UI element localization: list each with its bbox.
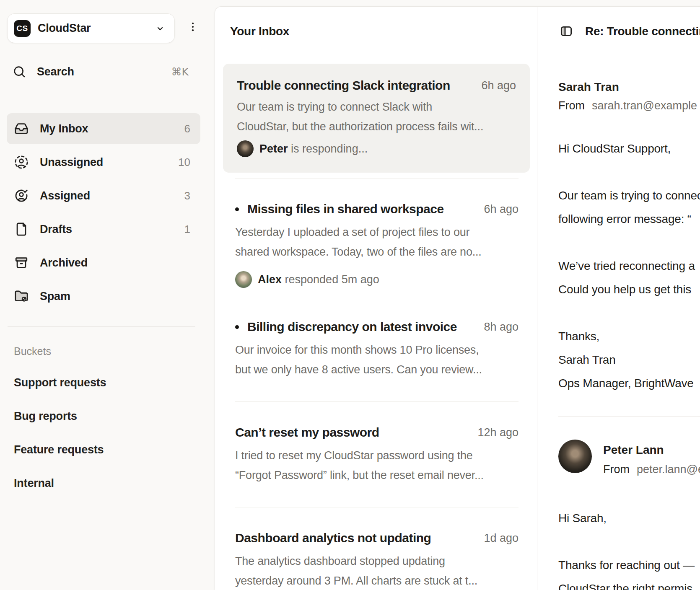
sidebar-item-assigned[interactable]: Assigned 3: [7, 180, 200, 211]
sidebar-item-label: Spam: [40, 290, 70, 303]
sidebar-nav: My Inbox 6 Unassigned 10: [7, 113, 200, 314]
conversation-list: Your Inbox Trouble connecting Slack inte…: [215, 7, 537, 590]
message-body: Hi CloudStar Support, Our team is trying…: [558, 137, 700, 395]
bucket-item-bug-reports[interactable]: Bug reports: [14, 404, 190, 428]
bucket-item-feature-requests[interactable]: Feature requests: [14, 438, 190, 461]
app-window: CS CloudStar Search ⌘K: [0, 0, 700, 590]
workspace-logo: CS: [14, 20, 31, 37]
sender-from-row: From sarah.tran@example: [558, 96, 700, 115]
unread-dot: [235, 325, 239, 329]
conversation-time: 12h ago: [469, 426, 519, 439]
bucket-item-support-requests[interactable]: Support requests: [14, 371, 190, 394]
conversation-title: Billing discrepancy on latest invoice: [247, 320, 457, 334]
conversation-time: 1d ago: [475, 532, 519, 545]
conversation-time: 8h ago: [475, 321, 519, 334]
sidebar: CS CloudStar Search ⌘K: [0, 0, 215, 590]
sidebar-menu-button[interactable]: [186, 19, 200, 36]
avatar: [235, 271, 252, 288]
sidebar-item-drafts[interactable]: Drafts 1: [7, 214, 200, 245]
assigned-user-check-icon: [14, 189, 29, 203]
sidebar-item-count: 3: [184, 189, 190, 202]
sidebar-item-count: 10: [178, 156, 190, 169]
main-panel: Your Inbox Trouble connecting Slack inte…: [215, 6, 700, 590]
message-divider: [558, 416, 700, 417]
chevron-down-icon: [155, 23, 165, 34]
avatar: [237, 140, 254, 157]
list-item[interactable]: Billing discrepancy on latest invoice 8h…: [215, 318, 537, 380]
list-item[interactable]: Can’t reset my password 12h ago I tried …: [215, 424, 537, 485]
conversation-time: 6h ago: [473, 79, 516, 92]
conversation-detail: Re: Trouble connecting Slack integration…: [537, 7, 700, 590]
workspace-switcher[interactable]: CS CloudStar: [7, 13, 175, 43]
unassigned-user-icon: [14, 155, 29, 169]
sidebar-divider: [8, 100, 195, 100]
page-title: Your Inbox: [230, 25, 289, 38]
buckets-list: Support requests Bug reports Feature req…: [14, 371, 190, 505]
conversation-preview: yesterday around 3 PM. All charts are st…: [235, 571, 519, 590]
sidebar-divider: [8, 326, 195, 327]
sidebar-item-count: 6: [184, 122, 190, 135]
conversation-preview: CloudStar, but the authorization process…: [237, 117, 516, 137]
panel-left-icon[interactable]: [560, 25, 573, 38]
search-icon: [13, 65, 26, 78]
sender-from-row: From peter.lann@ex: [603, 460, 700, 479]
detail-header: Re: Trouble connecting Slack integration: [537, 7, 700, 56]
conversation-title: Trouble connecting Slack integration: [237, 78, 450, 93]
sender-email: sarah.tran@example: [592, 96, 697, 115]
sidebar-item-label: Drafts: [40, 223, 72, 236]
list-item[interactable]: Missing files in shared workspace 6h ago…: [215, 201, 537, 288]
conversation-time: 6h ago: [475, 203, 519, 216]
list-divider: [235, 507, 519, 507]
avatar: [558, 440, 592, 473]
conversation-preview: but we only have 8 active users. Can you…: [235, 360, 519, 380]
sidebar-item-spam[interactable]: Spam: [7, 281, 200, 312]
responder-status: Peter is responding...: [259, 142, 368, 155]
conversation-preview: Our invoice for this month shows 10 Pro …: [235, 340, 519, 360]
conversation-card-selected[interactable]: Trouble connecting Slack integration 6h …: [223, 64, 530, 173]
list-divider: [235, 401, 519, 402]
list-divider: [235, 296, 519, 296]
conversation-title: Can’t reset my password: [235, 425, 379, 440]
sidebar-item-unassigned[interactable]: Unassigned 10: [7, 147, 200, 178]
sidebar-item-archived[interactable]: Archived: [7, 247, 200, 278]
conversation-preview: “Forgot Password” link, but the reset em…: [235, 466, 519, 485]
buckets-section-label: Buckets: [14, 345, 51, 357]
conversation-title: Dashboard analytics not updating: [235, 531, 431, 545]
search-input[interactable]: Search ⌘K: [8, 60, 190, 83]
message-thread: Sarah Tran From sarah.tran@example Hi Cl…: [537, 78, 700, 590]
conversation-preview: The analytics dashboard stopped updating: [235, 551, 519, 571]
message-body: Hi Sarah, Thanks for reaching out — Clou…: [558, 507, 700, 590]
kebab-icon: [187, 20, 199, 36]
sidebar-item-label: Assigned: [40, 189, 90, 202]
inbox-icon: [14, 122, 29, 136]
sidebar-item-label: My Inbox: [40, 122, 88, 135]
conversation-preview: Our team is trying to connect Slack with: [237, 97, 516, 117]
sender-name: Sarah Tran: [558, 78, 700, 96]
conversation-preview: I tried to reset my CloudStar password u…: [235, 446, 519, 466]
conversation-preview: Yesterday I uploaded a set of project fi…: [235, 223, 519, 242]
sidebar-item-count: 1: [184, 223, 190, 236]
list-header: Your Inbox: [215, 7, 537, 56]
sender-name: Peter Lann: [603, 440, 700, 460]
sidebar-item-my-inbox[interactable]: My Inbox 6: [7, 113, 200, 144]
message-header: Peter Lann From peter.lann@ex: [558, 440, 700, 479]
sidebar-item-label: Archived: [40, 256, 88, 269]
detail-title: Re: Trouble connecting Slack integration: [585, 25, 700, 38]
spam-folder-icon: [14, 289, 29, 303]
workspace-name: CloudStar: [38, 22, 91, 35]
archive-icon: [14, 256, 29, 270]
list-divider: [235, 178, 519, 179]
draft-file-icon: [14, 222, 29, 236]
list-item[interactable]: Dashboard analytics not updating 1d ago …: [215, 530, 537, 590]
search-label: Search: [37, 65, 74, 78]
conversation-preview: shared workspace. Today, two of the file…: [235, 242, 519, 262]
responder-status: Alex responded 5m ago: [258, 273, 379, 286]
bucket-item-internal[interactable]: Internal: [14, 471, 190, 495]
search-shortcut: ⌘K: [171, 66, 189, 78]
conversation-title: Missing files in shared workspace: [247, 202, 444, 216]
sender-email: peter.lann@ex: [637, 460, 700, 479]
sidebar-item-label: Unassigned: [40, 156, 103, 169]
unread-dot: [235, 207, 239, 211]
